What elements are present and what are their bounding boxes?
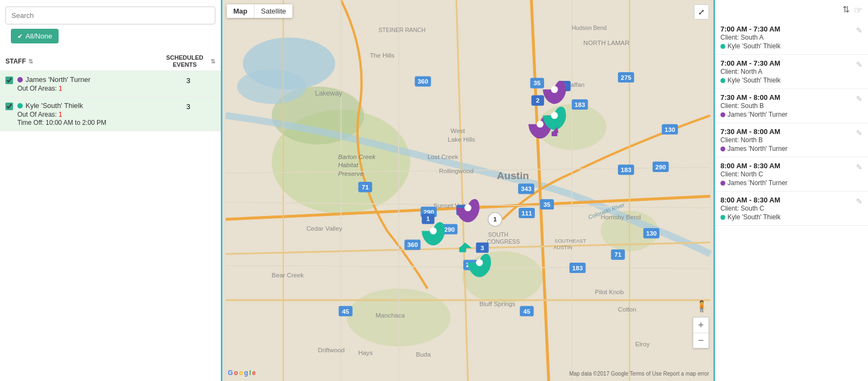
map-view-controls: Map Satellite <box>227 4 292 18</box>
svg-text:130: 130 <box>646 230 657 237</box>
svg-text:111: 111 <box>521 209 532 217</box>
svg-rect-115 <box>459 247 467 252</box>
event-info: 7:30 AM - 8:00 AM Client: South B James … <box>720 93 853 118</box>
svg-text:Lakeway: Lakeway <box>315 89 343 97</box>
fullscreen-button[interactable]: ⤢ <box>694 4 709 20</box>
svg-text:Austin: Austin <box>497 170 529 181</box>
svg-text:Buda: Buda <box>416 351 431 358</box>
svg-text:STEINER RANCH: STEINER RANCH <box>379 27 426 33</box>
svg-text:360: 360 <box>407 241 418 248</box>
event-staff: James 'North' Turner <box>720 111 853 118</box>
filter-icon[interactable]: ⇅ <box>843 4 850 16</box>
event-info: 7:30 AM - 8:00 AM Client: North B James … <box>720 128 853 153</box>
zoom-controls: + − <box>693 317 709 348</box>
event-staff-dot <box>720 147 725 151</box>
event-staff-name: James 'North' Turner <box>727 179 788 187</box>
svg-text:290: 290 <box>444 226 455 233</box>
event-block: 8:00 AM - 8:30 AM Client: South C Kyle '… <box>715 192 868 226</box>
events-sort-icon[interactable]: ⇅ <box>210 58 215 65</box>
svg-point-8 <box>237 69 307 104</box>
event-client: Client: South C <box>720 205 853 212</box>
event-staff-name: Kyle 'South' Thielk <box>727 77 781 84</box>
out-of-areas-james: Out Of Areas: 1 <box>17 85 161 92</box>
event-staff: Kyle 'South' Thielk <box>720 213 853 221</box>
zoom-in-button[interactable]: + <box>693 318 709 333</box>
svg-text:2: 2 <box>536 97 540 104</box>
svg-text:360: 360 <box>418 78 429 85</box>
svg-text:275: 275 <box>621 74 631 81</box>
staff-table-header: STAFF ⇅ SCHEDULED EVENTS ⇅ <box>0 52 221 71</box>
svg-text:3: 3 <box>481 244 484 251</box>
map-background: Austin Lakeway The Hills NORTH LAMAR Daf… <box>222 0 713 381</box>
svg-text:Lake Hills: Lake Hills <box>448 136 475 143</box>
svg-text:Driftwood: Driftwood <box>318 346 344 353</box>
staff-checkbox-col <box>5 101 17 112</box>
event-client: Client: South B <box>720 102 853 110</box>
event-staff: Kyle 'South' Thielk <box>720 42 853 50</box>
svg-text:Habitat: Habitat <box>338 161 359 168</box>
right-panel-header: ⇅ ☞ <box>715 4 868 21</box>
event-time: 7:30 AM - 8:00 AM <box>720 128 853 136</box>
event-staff-name: Kyle 'South' Thielk <box>727 42 781 50</box>
event-staff-dot <box>720 181 725 186</box>
svg-text:Hudson Bend: Hudson Bend <box>572 24 607 31</box>
event-staff-name: James 'North' Turner <box>727 111 788 118</box>
staff-dot-james <box>17 77 23 82</box>
staff-events-kyle: 3 <box>161 101 215 111</box>
events-container: 7:00 AM - 7:30 AM Client: South A Kyle '… <box>715 21 868 226</box>
staff-checkbox-james[interactable] <box>5 77 13 84</box>
event-staff: James 'North' Turner <box>720 145 853 153</box>
fullscreen-icon: ⤢ <box>698 8 705 16</box>
svg-text:Barton Creek: Barton Creek <box>338 153 376 160</box>
event-block: 8:00 AM - 8:30 AM Client: North C James … <box>715 157 868 192</box>
edit-icon[interactable]: ✎ <box>856 163 863 172</box>
map-view-button[interactable]: Map <box>227 4 254 18</box>
svg-text:NORTH LAMAR: NORTH LAMAR <box>583 39 629 46</box>
satellite-view-button[interactable]: Satellite <box>254 4 292 18</box>
staff-events-james: 3 <box>161 75 215 85</box>
event-client: Client: South A <box>720 34 853 41</box>
event-staff-dot <box>720 215 725 220</box>
zoom-out-button[interactable]: − <box>693 333 709 348</box>
svg-text:183: 183 <box>575 101 585 108</box>
svg-text:SOUTHEAST: SOUTHEAST <box>554 238 586 244</box>
map-panel[interactable]: Austin Lakeway The Hills NORTH LAMAR Daf… <box>222 0 713 381</box>
svg-text:Manchaca: Manchaca <box>375 312 405 319</box>
svg-text:130: 130 <box>665 126 675 133</box>
event-staff: James 'North' Turner <box>720 179 853 187</box>
svg-text:45: 45 <box>342 308 350 315</box>
staff-name-james: James 'North' Turner <box>17 75 161 84</box>
edit-icon[interactable]: ✎ <box>856 129 863 137</box>
edit-icon[interactable]: ✎ <box>856 94 863 103</box>
event-staff-name: James 'North' Turner <box>727 145 788 153</box>
event-info: 7:00 AM - 7:30 AM Client: South A Kyle '… <box>720 25 853 50</box>
staff-checkbox-kyle[interactable] <box>5 103 13 110</box>
svg-rect-113 <box>552 132 558 137</box>
edit-icon[interactable]: ✎ <box>856 60 863 69</box>
pegman-icon: 🧍 <box>695 300 709 313</box>
edit-icon[interactable]: ✎ <box>856 26 863 35</box>
event-info: 7:00 AM - 7:30 AM Client: North A Kyle '… <box>720 59 853 84</box>
event-info: 8:00 AM - 8:30 AM Client: South C Kyle '… <box>720 196 853 221</box>
svg-text:Lost Creek: Lost Creek <box>427 153 458 160</box>
pegman-button[interactable]: 🧍 <box>694 296 709 316</box>
checkmark-icon: ✔ <box>17 33 23 40</box>
staff-info-kyle: Kyle 'South' Thielk Out Of Areas: 1 Time… <box>17 101 161 126</box>
svg-text:Hays: Hays <box>358 349 373 356</box>
staff-sort-icon[interactable]: ⇅ <box>28 58 33 65</box>
all-none-button[interactable]: ✔ All/None <box>11 29 59 43</box>
svg-text:1: 1 <box>426 215 430 222</box>
cursor-pointer-icon: ☞ <box>854 4 863 16</box>
event-staff: Kyle 'South' Thielk <box>720 77 853 84</box>
edit-icon[interactable]: ✎ <box>856 197 863 206</box>
svg-text:Preserve: Preserve <box>338 170 363 177</box>
svg-text:35: 35 <box>544 201 551 208</box>
search-input[interactable] <box>5 7 215 24</box>
event-staff-dot <box>720 78 725 83</box>
event-time: 8:00 AM - 8:30 AM <box>720 196 853 204</box>
svg-text:Hornsby Bend: Hornsby Bend <box>601 213 641 220</box>
svg-text:Rollingwood: Rollingwood <box>439 167 474 174</box>
svg-text:183: 183 <box>621 166 631 173</box>
svg-text:343: 343 <box>521 185 532 192</box>
svg-text:West: West <box>451 127 465 134</box>
